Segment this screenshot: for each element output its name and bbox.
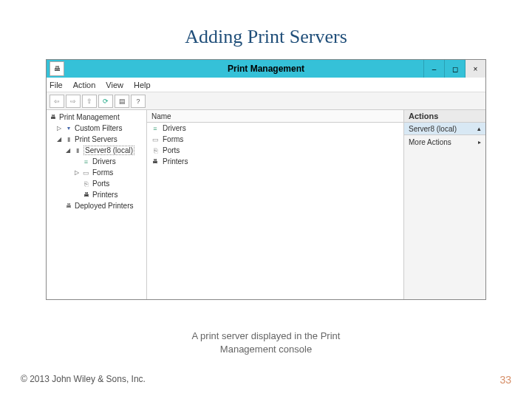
actions-context[interactable]: Server8 (local) ▴ [404, 123, 485, 135]
ports-icon [81, 180, 91, 188]
slide-number: 33 [499, 374, 511, 386]
tree-deployed[interactable]: Deployed Printers [47, 200, 146, 211]
tree-deployed-label: Deployed Printers [75, 202, 133, 210]
list-item-label: Drivers [163, 124, 186, 132]
caption-line2: Management console [220, 344, 312, 355]
list-item-label: Printers [163, 157, 188, 166]
app-icon: 🖶 [50, 61, 64, 76]
window-controls: – ◻ × [423, 60, 485, 78]
printers-icon [150, 157, 160, 166]
tree-ports[interactable]: Ports [47, 178, 146, 189]
actions-header: Actions [404, 110, 485, 123]
slide-footer: © 2013 John Wiley & Sons, Inc. 33 [21, 374, 511, 386]
more-actions[interactable]: More Actions ▸ [404, 135, 485, 149]
forms-icon [81, 168, 91, 177]
minimize-button[interactable]: – [423, 60, 444, 78]
col-name: Name [151, 112, 171, 120]
server-icon [64, 135, 73, 144]
client-area: Print Management ▷ Custom Filters ◢ Prin… [47, 110, 485, 299]
tree-custom-filters-label: Custom Filters [75, 124, 122, 132]
list-header[interactable]: Name [147, 110, 403, 123]
list-pane: Name Drivers Forms Ports Printers [147, 110, 404, 299]
more-actions-label: More Actions [409, 138, 451, 146]
ports-icon [150, 146, 160, 155]
list-item-printers[interactable]: Printers [147, 156, 403, 167]
close-button[interactable]: × [465, 60, 485, 78]
filter-icon [64, 124, 73, 133]
tree-ports-label: Ports [92, 180, 109, 188]
forms-icon [150, 135, 160, 144]
chevron-up-icon: ▴ [477, 125, 481, 132]
tree-custom-filters[interactable]: ▷ Custom Filters [47, 123, 146, 134]
tree-root[interactable]: Print Management [47, 112, 146, 123]
spacer [73, 191, 81, 199]
drivers-icon [150, 124, 160, 133]
spacer [73, 180, 81, 188]
expand-icon: ▷ [73, 169, 81, 177]
copyright: © 2013 John Wiley & Sons, Inc. [21, 374, 146, 386]
tree-server-node-label: Server8 (local) [83, 146, 134, 155]
tree-drivers[interactable]: Drivers [47, 156, 146, 167]
up-button[interactable]: ⇧ [82, 95, 97, 108]
tree-root-label: Print Management [59, 113, 120, 121]
list-item-forms[interactable]: Forms [147, 134, 403, 145]
menu-view[interactable]: View [106, 81, 123, 89]
spacer [55, 202, 63, 210]
list-item-label: Ports [163, 146, 180, 154]
slide-caption: A print server displayed in the Print Ma… [0, 330, 532, 355]
maximize-button[interactable]: ◻ [444, 60, 465, 78]
deployed-icon [64, 202, 73, 211]
menu-file[interactable]: File [50, 81, 63, 89]
tree-printers[interactable]: Printers [47, 189, 146, 200]
printers-icon [81, 191, 91, 200]
tree-drivers-label: Drivers [92, 157, 116, 166]
menu-action[interactable]: Action [73, 81, 96, 89]
tree-printers-label: Printers [92, 191, 117, 199]
collapse-icon: ◢ [55, 136, 63, 143]
collapse-icon: ◢ [64, 147, 72, 154]
help-button[interactable]: ? [131, 95, 146, 108]
print-management-window: 🖶 Print Management – ◻ × File Action Vie… [46, 59, 486, 300]
export-button[interactable]: ▤ [115, 95, 129, 108]
tree-pane: Print Management ▷ Custom Filters ◢ Prin… [47, 110, 147, 299]
expand-icon: ▷ [55, 125, 63, 132]
titlebar[interactable]: 🖶 Print Management – ◻ × [47, 60, 485, 78]
server-icon [72, 146, 82, 155]
actions-pane: Actions Server8 (local) ▴ More Actions ▸ [404, 110, 485, 299]
tree-forms-label: Forms [92, 168, 113, 177]
printer-icon [48, 113, 58, 122]
tree-server-node[interactable]: ◢ Server8 (local) [47, 145, 146, 156]
menubar: File Action View Help [47, 78, 485, 92]
list-item-drivers[interactable]: Drivers [147, 123, 403, 134]
list-item-ports[interactable]: Ports [147, 145, 403, 156]
forward-button[interactable]: ⇨ [66, 95, 81, 108]
tree-print-servers[interactable]: ◢ Print Servers [47, 134, 146, 145]
actions-context-label: Server8 (local) [409, 125, 457, 133]
spacer [73, 158, 81, 166]
menu-help[interactable]: Help [134, 81, 151, 89]
toolbar: ⇦ ⇨ ⇧ ⟳ ▤ ? [47, 92, 485, 110]
drivers-icon [81, 157, 91, 166]
slide-title: Adding Print Servers [0, 0, 532, 59]
back-button[interactable]: ⇦ [50, 95, 64, 108]
tree-forms[interactable]: ▷ Forms [47, 167, 146, 178]
tree-print-servers-label: Print Servers [75, 135, 117, 143]
chevron-right-icon: ▸ [478, 139, 481, 146]
list-item-label: Forms [163, 135, 183, 143]
window-title: Print Management [47, 64, 485, 74]
refresh-button[interactable]: ⟳ [98, 95, 113, 108]
caption-line1: A print server displayed in the Print [192, 330, 341, 341]
